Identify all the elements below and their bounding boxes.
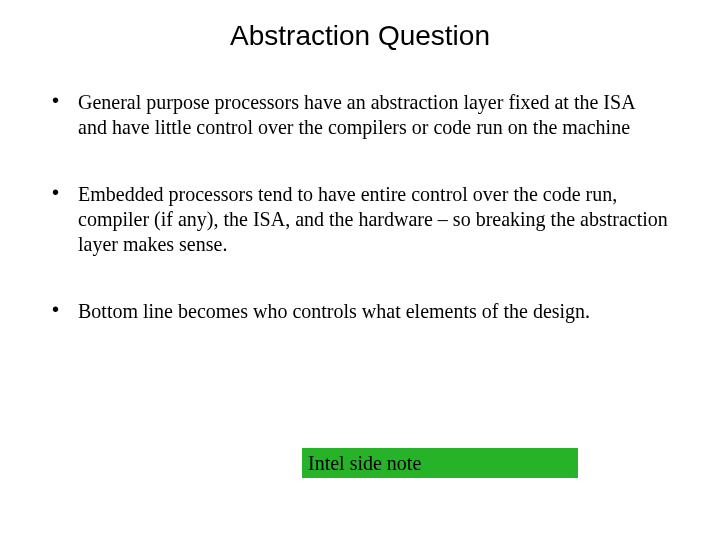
slide: Abstraction Question General purpose pro…	[0, 0, 720, 540]
bullet-list: General purpose processors have an abstr…	[48, 90, 668, 366]
bullet-item: Bottom line becomes who controls what el…	[48, 299, 668, 324]
bullet-item: Embedded processors tend to have entire …	[48, 182, 668, 257]
bullet-item: General purpose processors have an abstr…	[48, 90, 668, 140]
slide-title: Abstraction Question	[0, 20, 720, 52]
side-note: Intel side note	[302, 448, 578, 478]
